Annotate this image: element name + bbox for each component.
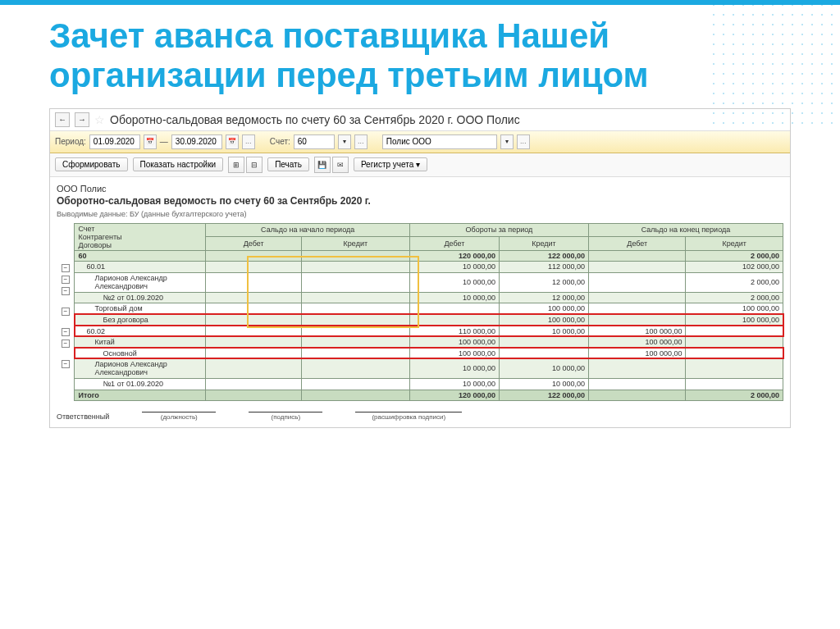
row-name: Китай: [75, 336, 206, 348]
row-value: [301, 314, 409, 326]
row-value: 100 000,00: [409, 336, 499, 348]
row-value: [301, 326, 409, 337]
report-table: Счет Контрагенты Договоры Сальдо на нача…: [74, 223, 783, 401]
col-contracts: Договоры: [78, 241, 202, 249]
table-row[interactable]: Торговый дом100 000,00100 000,00: [75, 303, 783, 315]
tree-toggle[interactable]: −: [62, 340, 70, 348]
row-value: 10 000,00: [409, 292, 499, 303]
tree-toggle[interactable]: −: [62, 276, 70, 284]
row-value: 122 000,00: [499, 250, 588, 262]
row-value: [686, 336, 783, 348]
total-row: Итого 120 000,00 122 000,00 2 000,00: [75, 390, 783, 400]
row-value: [301, 348, 409, 359]
row-value: 112 000,00: [499, 262, 588, 273]
tree-controls: − − − − − − −: [57, 223, 74, 395]
row-name: 60.01: [75, 262, 206, 273]
row-value: [588, 292, 685, 303]
table-row[interactable]: Без договора100 000,00100 000,00: [75, 314, 783, 326]
row-value: 100 000,00: [686, 303, 783, 315]
row-value: 12 000,00: [499, 292, 588, 303]
row-value: [686, 348, 783, 359]
row-value: 2 000,00: [686, 250, 783, 262]
table-row[interactable]: №1 от 01.09.202010 000,0010 000,00: [75, 378, 783, 390]
table-row[interactable]: 60120 000,00122 000,002 000,00: [75, 250, 783, 262]
row-value: [301, 303, 409, 315]
table-row[interactable]: 60.02110 000,0010 000,00100 000,00: [75, 326, 783, 337]
sig-decode: (расшифровка подписи): [355, 412, 462, 421]
col-debit: Дебет: [206, 237, 301, 251]
row-name: Основной: [75, 348, 206, 359]
row-value: [206, 314, 301, 326]
row-value: 100 000,00: [588, 326, 685, 337]
sig-position: (должность): [142, 412, 216, 421]
report-title: Оборотно-сальдовая ведомость по счету 60…: [57, 195, 783, 207]
row-value: 100 000,00: [409, 348, 499, 359]
col-credit: Кредит: [301, 237, 409, 251]
table-row[interactable]: Ларионов Александр Александрович10 000,0…: [75, 358, 783, 378]
table-row[interactable]: Основной100 000,00100 000,00: [75, 348, 783, 359]
table-row[interactable]: Ларионов Александр Александрович10 000,0…: [75, 272, 783, 292]
col-counterparty: Контрагенты: [78, 233, 202, 241]
row-value: [301, 358, 409, 378]
row-value: 100 000,00: [499, 303, 588, 315]
row-value: 10 000,00: [499, 326, 588, 337]
row-value: [588, 303, 685, 315]
col-debit: Дебет: [588, 237, 685, 251]
row-value: [206, 326, 301, 337]
grp-turnover: Обороты за период: [409, 223, 588, 237]
row-value: 2 000,00: [686, 292, 783, 303]
row-value: [206, 336, 301, 348]
row-name: №2 от 01.09.2020: [75, 292, 206, 303]
row-value: 10 000,00: [409, 358, 499, 378]
row-name: 60.02: [75, 326, 206, 337]
report-org: ООО Полис: [57, 184, 783, 194]
decorative-dots: [709, 0, 840, 131]
row-value: [301, 292, 409, 303]
row-value: [588, 262, 685, 273]
row-value: [206, 292, 301, 303]
row-value: [588, 314, 685, 326]
col-credit: Кредит: [499, 237, 588, 251]
tree-toggle[interactable]: −: [62, 328, 70, 336]
row-value: 10 000,00: [409, 272, 499, 292]
report-subtitle: Выводимые данные: БУ (данные бухгалтерск…: [57, 210, 783, 218]
sig-signature: (подпись): [249, 412, 322, 421]
col-credit: Кредит: [686, 237, 783, 251]
row-value: 10 000,00: [499, 358, 588, 378]
row-name: №1 от 01.09.2020: [75, 378, 206, 390]
row-value: 10 000,00: [499, 378, 588, 390]
tree-toggle[interactable]: −: [62, 360, 70, 368]
tree-toggle[interactable]: −: [62, 287, 70, 295]
col-debit: Дебет: [409, 237, 499, 251]
report-area: ООО Полис Оборотно-сальдовая ведомость п…: [50, 177, 790, 427]
row-value: [301, 378, 409, 390]
table-row[interactable]: 60.0110 000,00112 000,00102 000,00: [75, 262, 783, 273]
row-value: [206, 272, 301, 292]
signature-row: Ответственный (должность) (подпись) (рас…: [57, 412, 783, 421]
row-value: 100 000,00: [588, 336, 685, 348]
tree-toggle[interactable]: −: [62, 264, 70, 272]
row-value: [588, 378, 685, 390]
table-row[interactable]: Китай100 000,00100 000,00: [75, 336, 783, 348]
row-value: [409, 303, 499, 315]
col-account: Счет: [78, 225, 202, 233]
row-value: 100 000,00: [686, 314, 783, 326]
tree-toggle[interactable]: −: [62, 308, 70, 316]
row-value: [499, 348, 588, 359]
row-value: [206, 348, 301, 359]
row-value: [409, 314, 499, 326]
row-value: 100 000,00: [499, 314, 588, 326]
row-value: 102 000,00: [686, 262, 783, 273]
table-row[interactable]: №2 от 01.09.202010 000,0012 000,002 000,…: [75, 292, 783, 303]
row-value: [206, 250, 301, 262]
row-value: [301, 336, 409, 348]
row-value: [588, 272, 685, 292]
row-value: [301, 250, 409, 262]
row-value: [206, 303, 301, 315]
row-name: Без договора: [75, 314, 206, 326]
row-value: 110 000,00: [409, 326, 499, 337]
sig-responsible: Ответственный: [57, 412, 109, 421]
row-value: 12 000,00: [499, 272, 588, 292]
row-name: Ларионов Александр Александрович: [75, 272, 206, 292]
row-value: [206, 358, 301, 378]
